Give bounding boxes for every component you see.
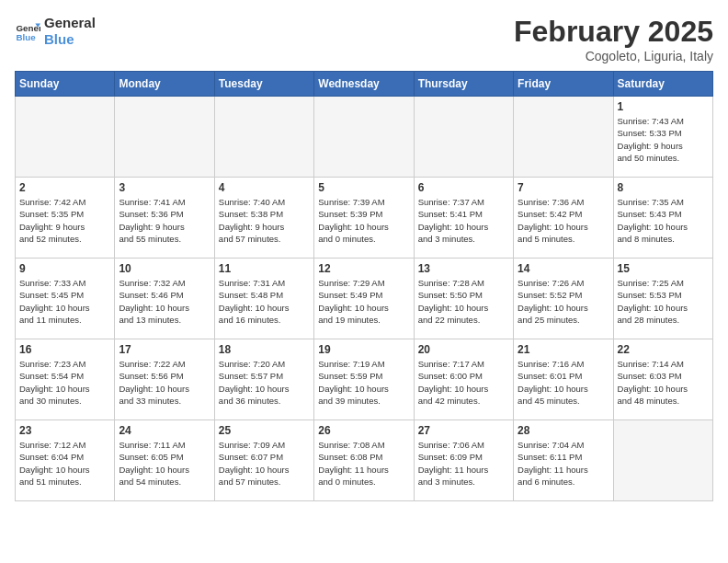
calendar-cell: 14Sunrise: 7:26 AM Sunset: 5:52 PM Dayli… (514, 259, 613, 339)
day-number: 5 (318, 181, 409, 194)
calendar-week-1: 1Sunrise: 7:43 AM Sunset: 5:33 PM Daylig… (16, 97, 713, 178)
title-block: February 2025 Cogoleto, Liguria, Italy (514, 15, 713, 63)
day-info: Sunrise: 7:19 AM Sunset: 5:59 PM Dayligh… (318, 358, 409, 407)
calendar-cell: 3Sunrise: 7:41 AM Sunset: 5:36 PM Daylig… (115, 178, 214, 259)
calendar-cell: 9Sunrise: 7:33 AM Sunset: 5:45 PM Daylig… (16, 259, 115, 339)
calendar-cell: 4Sunrise: 7:40 AM Sunset: 5:38 PM Daylig… (214, 178, 313, 259)
weekday-header-thursday: Thursday (414, 72, 513, 97)
day-number: 3 (119, 181, 210, 194)
day-info: Sunrise: 7:09 AM Sunset: 6:07 PM Dayligh… (219, 439, 310, 488)
day-number: 21 (518, 343, 609, 356)
day-info: Sunrise: 7:39 AM Sunset: 5:39 PM Dayligh… (318, 196, 409, 245)
calendar-cell: 13Sunrise: 7:28 AM Sunset: 5:50 PM Dayli… (414, 259, 513, 339)
logo-general: General (44, 15, 96, 31)
calendar-cell: 28Sunrise: 7:04 AM Sunset: 6:11 PM Dayli… (514, 420, 613, 501)
weekday-header-wednesday: Wednesday (314, 72, 414, 97)
calendar-cell: 16Sunrise: 7:23 AM Sunset: 5:54 PM Dayli… (16, 339, 115, 420)
weekday-header-tuesday: Tuesday (214, 72, 313, 97)
calendar-cell: 26Sunrise: 7:08 AM Sunset: 6:08 PM Dayli… (314, 420, 414, 501)
day-info: Sunrise: 7:12 AM Sunset: 6:04 PM Dayligh… (19, 439, 110, 488)
weekday-header-saturday: Saturday (613, 72, 712, 97)
day-number: 28 (518, 424, 609, 437)
day-info: Sunrise: 7:40 AM Sunset: 5:38 PM Dayligh… (219, 196, 310, 245)
day-info: Sunrise: 7:37 AM Sunset: 5:41 PM Dayligh… (418, 196, 509, 245)
calendar-cell (414, 97, 513, 178)
weekday-header-monday: Monday (115, 72, 214, 97)
calendar-table: SundayMondayTuesdayWednesdayThursdayFrid… (15, 71, 713, 501)
day-info: Sunrise: 7:06 AM Sunset: 6:09 PM Dayligh… (418, 439, 509, 488)
calendar-cell: 21Sunrise: 7:16 AM Sunset: 6:01 PM Dayli… (514, 339, 613, 420)
logo-blue: Blue (44, 31, 96, 48)
calendar-cell: 23Sunrise: 7:12 AM Sunset: 6:04 PM Dayli… (16, 420, 115, 501)
day-number: 8 (618, 181, 709, 194)
calendar-week-3: 9Sunrise: 7:33 AM Sunset: 5:45 PM Daylig… (16, 259, 713, 339)
calendar-week-4: 16Sunrise: 7:23 AM Sunset: 5:54 PM Dayli… (16, 339, 713, 420)
calendar-cell: 12Sunrise: 7:29 AM Sunset: 5:49 PM Dayli… (314, 259, 414, 339)
day-number: 19 (318, 343, 409, 356)
day-number: 16 (19, 343, 110, 356)
calendar-cell: 2Sunrise: 7:42 AM Sunset: 5:35 PM Daylig… (16, 178, 115, 259)
day-number: 6 (418, 181, 509, 194)
calendar-cell: 8Sunrise: 7:35 AM Sunset: 5:43 PM Daylig… (613, 178, 712, 259)
calendar-cell (16, 97, 115, 178)
day-number: 1 (618, 100, 709, 113)
calendar-cell: 15Sunrise: 7:25 AM Sunset: 5:53 PM Dayli… (613, 259, 712, 339)
day-number: 24 (119, 424, 210, 437)
calendar-cell (115, 97, 214, 178)
day-number: 2 (19, 181, 110, 194)
logo: General Blue General Blue (15, 15, 96, 48)
day-info: Sunrise: 7:31 AM Sunset: 5:48 PM Dayligh… (219, 277, 310, 326)
calendar-cell: 24Sunrise: 7:11 AM Sunset: 6:05 PM Dayli… (115, 420, 214, 501)
day-number: 23 (19, 424, 110, 437)
day-info: Sunrise: 7:04 AM Sunset: 6:11 PM Dayligh… (518, 439, 609, 488)
day-info: Sunrise: 7:43 AM Sunset: 5:33 PM Dayligh… (618, 115, 709, 164)
weekday-header-friday: Friday (514, 72, 613, 97)
day-info: Sunrise: 7:32 AM Sunset: 5:46 PM Dayligh… (119, 277, 210, 326)
day-number: 10 (119, 262, 210, 275)
calendar-cell: 5Sunrise: 7:39 AM Sunset: 5:39 PM Daylig… (314, 178, 414, 259)
day-info: Sunrise: 7:20 AM Sunset: 5:57 PM Dayligh… (219, 358, 310, 407)
day-number: 9 (19, 262, 110, 275)
calendar-cell: 1Sunrise: 7:43 AM Sunset: 5:33 PM Daylig… (613, 97, 712, 178)
day-number: 4 (219, 181, 310, 194)
page-header: General Blue General Blue February 2025 … (15, 15, 713, 63)
calendar-cell: 10Sunrise: 7:32 AM Sunset: 5:46 PM Dayli… (115, 259, 214, 339)
day-number: 7 (518, 181, 609, 194)
day-info: Sunrise: 7:16 AM Sunset: 6:01 PM Dayligh… (518, 358, 609, 407)
day-number: 27 (418, 424, 509, 437)
weekday-header-row: SundayMondayTuesdayWednesdayThursdayFrid… (16, 72, 713, 97)
weekday-header-sunday: Sunday (16, 72, 115, 97)
location-subtitle: Cogoleto, Liguria, Italy (514, 49, 713, 63)
day-info: Sunrise: 7:11 AM Sunset: 6:05 PM Dayligh… (119, 439, 210, 488)
calendar-week-2: 2Sunrise: 7:42 AM Sunset: 5:35 PM Daylig… (16, 178, 713, 259)
calendar-week-5: 23Sunrise: 7:12 AM Sunset: 6:04 PM Dayli… (16, 420, 713, 501)
day-info: Sunrise: 7:28 AM Sunset: 5:50 PM Dayligh… (418, 277, 509, 326)
day-number: 11 (219, 262, 310, 275)
calendar-cell: 20Sunrise: 7:17 AM Sunset: 6:00 PM Dayli… (414, 339, 513, 420)
logo-icon: General Blue (15, 18, 40, 44)
calendar-cell (214, 97, 313, 178)
calendar-cell: 7Sunrise: 7:36 AM Sunset: 5:42 PM Daylig… (514, 178, 613, 259)
day-info: Sunrise: 7:17 AM Sunset: 6:00 PM Dayligh… (418, 358, 509, 407)
calendar-cell: 17Sunrise: 7:22 AM Sunset: 5:56 PM Dayli… (115, 339, 214, 420)
calendar-cell: 22Sunrise: 7:14 AM Sunset: 6:03 PM Dayli… (613, 339, 712, 420)
day-info: Sunrise: 7:26 AM Sunset: 5:52 PM Dayligh… (518, 277, 609, 326)
day-info: Sunrise: 7:08 AM Sunset: 6:08 PM Dayligh… (318, 439, 409, 488)
day-number: 14 (518, 262, 609, 275)
day-info: Sunrise: 7:23 AM Sunset: 5:54 PM Dayligh… (19, 358, 110, 407)
calendar-cell (314, 97, 414, 178)
day-info: Sunrise: 7:35 AM Sunset: 5:43 PM Dayligh… (618, 196, 709, 245)
calendar-cell (613, 420, 712, 501)
calendar-cell (514, 97, 613, 178)
calendar-cell: 25Sunrise: 7:09 AM Sunset: 6:07 PM Dayli… (214, 420, 313, 501)
day-info: Sunrise: 7:14 AM Sunset: 6:03 PM Dayligh… (618, 358, 709, 407)
month-year-title: February 2025 (514, 15, 713, 49)
calendar-cell: 11Sunrise: 7:31 AM Sunset: 5:48 PM Dayli… (214, 259, 313, 339)
day-number: 17 (119, 343, 210, 356)
day-info: Sunrise: 7:41 AM Sunset: 5:36 PM Dayligh… (119, 196, 210, 245)
calendar-cell: 6Sunrise: 7:37 AM Sunset: 5:41 PM Daylig… (414, 178, 513, 259)
day-number: 12 (318, 262, 409, 275)
day-info: Sunrise: 7:29 AM Sunset: 5:49 PM Dayligh… (318, 277, 409, 326)
day-number: 22 (618, 343, 709, 356)
calendar-cell: 27Sunrise: 7:06 AM Sunset: 6:09 PM Dayli… (414, 420, 513, 501)
